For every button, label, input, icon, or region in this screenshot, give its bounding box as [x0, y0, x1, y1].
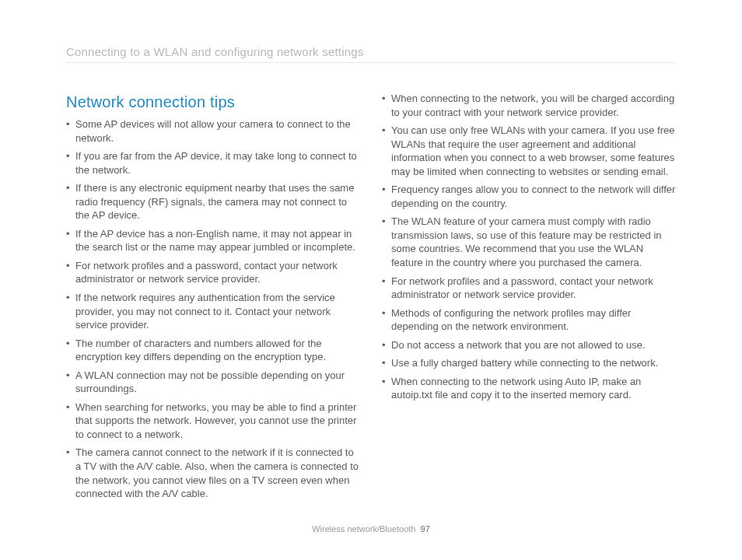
- list-item: When searching for networks, you may be …: [66, 401, 360, 442]
- list-item: When connecting to the network, you will…: [382, 92, 676, 119]
- list-item: Use a fully charged battery while connec…: [382, 356, 676, 370]
- section-title: Network connection tips: [66, 92, 360, 113]
- list-item: The number of characters and numbers all…: [66, 337, 360, 364]
- list-item: If the network requires any authenticati…: [66, 291, 360, 332]
- list-item: If you are far from the AP device, it ma…: [66, 149, 360, 177]
- list-item: The camera cannot connect to the network…: [66, 446, 360, 500]
- header-rule: [66, 62, 676, 63]
- bullet-list-right: When connecting to the network, you will…: [382, 92, 676, 402]
- list-item: You can use only free WLANs with your ca…: [382, 124, 676, 178]
- column-right: When connecting to the network, you will…: [382, 92, 676, 506]
- manual-page: Connecting to a WLAN and configuring net…: [0, 0, 742, 560]
- bullet-list-left: Some AP devices will not allow your came…: [66, 117, 360, 501]
- page-footer: Wireless network/Bluetooth 97: [0, 524, 742, 534]
- list-item: Some AP devices will not allow your came…: [66, 117, 360, 145]
- content-columns: Network connection tips Some AP devices …: [66, 92, 676, 506]
- list-item: If there is any electronic equipment nea…: [66, 181, 360, 222]
- running-header: Connecting to a WLAN and configuring net…: [66, 45, 363, 58]
- list-item: A WLAN connection may not be possible de…: [66, 369, 360, 396]
- list-item: For network profiles and a password, con…: [66, 259, 360, 286]
- list-item: For network profiles and a password, con…: [382, 275, 676, 302]
- list-item: The WLAN feature of your camera must com…: [382, 215, 676, 269]
- list-item: Do not access a network that you are not…: [382, 338, 676, 352]
- list-item: Frequency ranges allow you to connect to…: [382, 183, 676, 210]
- list-item: If the AP device has a non-English name,…: [66, 227, 360, 254]
- list-item: When connecting to the network using Aut…: [382, 375, 676, 402]
- page-number: 97: [421, 524, 430, 534]
- footer-section-label: Wireless network/Bluetooth: [312, 524, 415, 534]
- list-item: Methods of configuring the network profi…: [382, 306, 676, 334]
- column-left: Network connection tips Some AP devices …: [66, 92, 360, 506]
